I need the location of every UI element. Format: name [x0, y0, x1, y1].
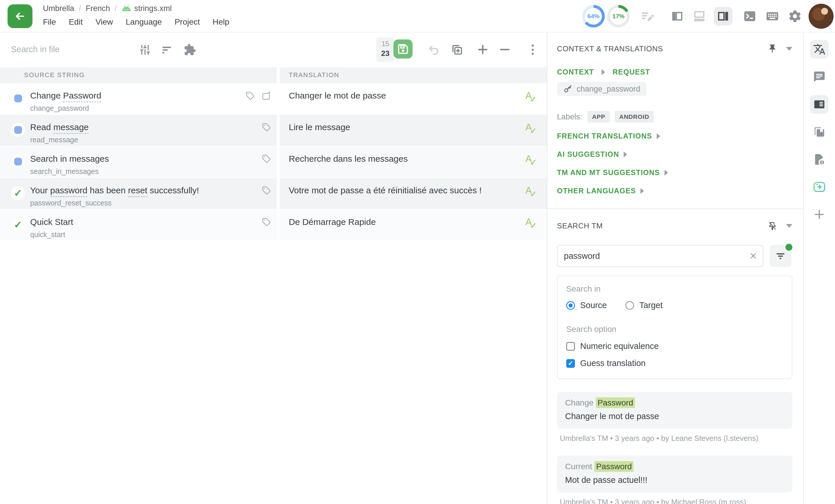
checkbox-numeric-equivalence[interactable]: Numeric equivalence	[566, 341, 783, 351]
source-cell: ✓Quick Startquick_start	[0, 210, 277, 240]
status-halo	[11, 154, 25, 168]
column-translation[interactable]: TRANSLATION	[289, 67, 339, 83]
glossary-term: reset	[128, 186, 147, 197]
gear-icon[interactable]	[788, 9, 802, 23]
status-halo: ✓	[11, 218, 25, 232]
add-panel-tab-button[interactable]	[810, 205, 829, 224]
keyboard-icon[interactable]	[766, 9, 779, 23]
breadcrumb-file[interactable]: strings.xml	[121, 4, 171, 13]
menu-item-language[interactable]: Language	[126, 17, 162, 27]
section-link-label: FRENCH TRANSLATIONS	[557, 132, 652, 140]
approved-progress-ring[interactable]: 17%	[607, 5, 630, 27]
labels-row: Labels: APPANDROID	[557, 111, 792, 123]
filter-settings-icon[interactable]	[139, 43, 151, 56]
tag-icon[interactable]	[246, 91, 254, 100]
source-text-part: Read	[30, 122, 53, 132]
user-avatar[interactable]	[808, 3, 834, 29]
section-link-label: OTHER LANGUAGES	[557, 187, 636, 195]
table-row[interactable]: Search in messagessearch_in_messagesRech…	[0, 146, 547, 177]
terminal-icon[interactable]	[743, 9, 757, 23]
panel-collapse-caret-icon[interactable]	[786, 47, 792, 51]
layout-right-panel-button[interactable]	[714, 7, 732, 25]
section-link-ai-suggestion[interactable]: AI SUGGESTION	[557, 150, 792, 159]
label-chip-android[interactable]: ANDROID	[615, 111, 654, 123]
back-button[interactable]	[7, 4, 33, 28]
glossary-tab-button[interactable]	[810, 123, 829, 141]
layout-left-panel-icon[interactable]	[670, 9, 684, 23]
spellcheck-ok-icon[interactable]: A✓	[525, 216, 538, 230]
context-link[interactable]: CONTEXT	[557, 68, 594, 76]
menu-item-edit[interactable]: Edit	[69, 17, 83, 27]
table-row[interactable]: Change Passwordchange_passwordChanger le…	[0, 83, 547, 114]
section-link-tm-and-mt-suggestions[interactable]: TM AND MT SUGGESTIONS	[557, 168, 792, 177]
menu-item-help[interactable]: Help	[212, 17, 229, 27]
translations-tab-button[interactable]	[810, 40, 829, 59]
minus-icon[interactable]	[498, 43, 511, 56]
pin-icon[interactable]	[768, 44, 777, 54]
label-chips: APPANDROID	[587, 111, 654, 123]
ai-assistant-tab-button[interactable]	[810, 178, 829, 196]
tag-icon[interactable]	[262, 123, 271, 131]
comment-icon[interactable]	[262, 91, 271, 100]
tm-result-card[interactable]: Current PasswordMot de passe actuel!!!	[557, 456, 792, 492]
search-tm-header: SEARCH TM	[557, 220, 792, 232]
layout-bottom-panel-icon[interactable]	[692, 9, 706, 23]
draft-edit-icon[interactable]	[640, 9, 654, 23]
clear-search-icon[interactable]: ✕	[750, 251, 757, 261]
search-tm-collapse-caret-icon[interactable]	[786, 224, 792, 228]
tm-filter-icon	[775, 250, 786, 262]
tm-filter-button[interactable]	[770, 245, 791, 267]
section-link-label: TM AND MT SUGGESTIONS	[557, 168, 660, 177]
table-row[interactable]: ✓Your password has been reset successful…	[0, 178, 547, 209]
string-key-chip[interactable]: change_password	[557, 82, 647, 96]
context-links: CONTEXT REQUEST	[557, 68, 792, 76]
save-button[interactable]	[393, 39, 412, 59]
sort-filter-icon[interactable]	[160, 43, 173, 56]
more-options-kebab-icon[interactable]	[526, 43, 539, 56]
column-source-string[interactable]: SOURCE STRING	[24, 67, 85, 83]
search-tm-title: SEARCH TM	[557, 222, 768, 230]
tag-icon[interactable]	[262, 154, 271, 163]
tm-search-input[interactable]: password ✕	[557, 245, 763, 267]
table-row[interactable]: ✓Quick Startquick_startDe Démarrage Rapi…	[0, 210, 547, 240]
copy-source-icon[interactable]	[450, 43, 464, 56]
crowdin-editor-app: Umbrella / French / strings.xml FileEdit…	[0, 0, 835, 504]
menu-item-view[interactable]: View	[95, 17, 113, 27]
table-row[interactable]: Read messageread_messageLire le messageA…	[0, 115, 547, 146]
spellcheck-ok-icon[interactable]: A✓	[525, 89, 538, 104]
tm-result-card[interactable]: Change PasswordChanger le mot de passe	[557, 392, 792, 429]
tm-result-meta: Umbrella's TM • 3 years ago • by Michael…	[560, 498, 792, 504]
radio-target[interactable]: Target	[625, 300, 663, 310]
menu-item-file[interactable]: File	[43, 17, 56, 27]
source-cell: Search in messagessearch_in_messages	[0, 146, 277, 177]
label-chip-app[interactable]: APP	[587, 111, 610, 123]
tm-match-highlight: Password	[596, 397, 635, 408]
menu-item-project[interactable]: Project	[175, 17, 200, 27]
plugins-puzzle-icon[interactable]	[184, 43, 196, 56]
spellcheck-ok-icon[interactable]: A✓	[525, 153, 538, 167]
section-link-other-languages[interactable]: OTHER LANGUAGES	[557, 187, 792, 195]
breadcrumb-project[interactable]: Umbrella	[43, 4, 74, 13]
context-expand-caret-icon[interactable]	[602, 69, 605, 75]
undo-icon[interactable]	[427, 43, 441, 56]
file-info-tab-button[interactable]	[810, 150, 829, 169]
plus-icon[interactable]	[476, 43, 489, 56]
search-option-label: Search option	[566, 324, 783, 334]
unpin-icon[interactable]	[768, 221, 777, 231]
tag-icon[interactable]	[262, 186, 271, 195]
request-link[interactable]: REQUEST	[613, 68, 650, 76]
checkbox-guess-translation[interactable]: ✓Guess translation	[566, 358, 783, 368]
string-counter[interactable]: 15 23	[376, 37, 394, 62]
status-halo	[11, 123, 25, 137]
translated-progress-ring[interactable]: 64%	[582, 5, 605, 27]
tag-icon[interactable]	[262, 218, 271, 226]
spellcheck-ok-icon[interactable]: A✓	[525, 184, 538, 199]
context-tab-button[interactable]	[810, 95, 829, 113]
comments-tab-button[interactable]	[810, 67, 829, 86]
status-untranslated-icon	[14, 94, 22, 102]
search-in-file-input[interactable]: Search in file	[11, 45, 60, 54]
section-link-french-translations[interactable]: FRENCH TRANSLATIONS	[557, 132, 792, 140]
radio-source[interactable]: Source	[566, 300, 607, 310]
breadcrumb-language[interactable]: French	[86, 4, 110, 13]
spellcheck-ok-icon[interactable]: A✓	[525, 121, 538, 135]
